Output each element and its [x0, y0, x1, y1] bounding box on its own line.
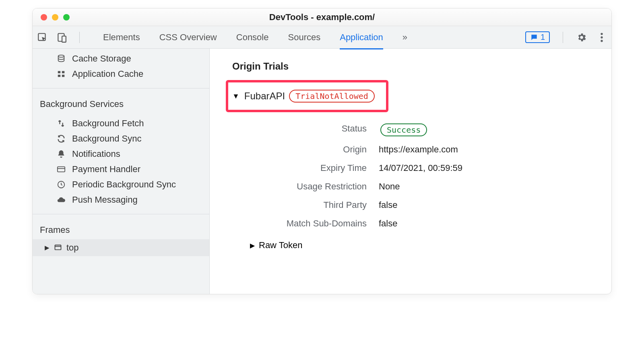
sidebar-header-bg: Background Services: [33, 93, 209, 113]
divider: [563, 32, 563, 43]
label-third-party: Third Party: [238, 200, 367, 210]
chevron-right-icon: ▶: [45, 244, 50, 251]
chevron-right-icon: ▶: [250, 242, 255, 249]
sidebar-item-payment-handler[interactable]: Payment Handler: [33, 162, 209, 177]
devtools-window: DevTools - example.com/ Elements CSS Ove…: [32, 8, 612, 294]
panel-body: Cache Storage Application Cache Backgrou…: [33, 49, 611, 294]
frame-icon: [54, 244, 62, 252]
svg-rect-14: [55, 245, 61, 250]
tab-elements[interactable]: Elements: [103, 27, 140, 47]
value-expiry: 14/07/2021, 00:59:59: [379, 163, 611, 173]
traffic-lights: [33, 14, 70, 21]
divider: [33, 88, 209, 88]
maximize-icon[interactable]: [63, 14, 70, 21]
minimize-icon[interactable]: [52, 14, 58, 21]
sidebar-item-periodic-sync[interactable]: Periodic Background Sync: [33, 177, 209, 192]
window-title: DevTools - example.com/: [269, 12, 375, 23]
chevron-down-icon[interactable]: ▼: [232, 92, 239, 101]
svg-rect-7: [58, 71, 60, 74]
origin-trial-name: FubarAPI: [244, 90, 285, 102]
tabbar-left: Elements CSS Overview Console Sources Ap…: [37, 27, 407, 47]
value-match-sub: false: [379, 218, 611, 229]
value-usage: None: [379, 181, 611, 192]
value-third-party: false: [379, 200, 611, 210]
sidebar-item-frames-top[interactable]: ▶ top: [33, 239, 209, 256]
sidebar-header-frames: Frames: [33, 219, 209, 239]
status-badge-trial-not-allowed: TrialNotAllowed: [289, 90, 375, 103]
database-icon: [56, 53, 66, 64]
divider: [79, 32, 80, 43]
svg-rect-11: [58, 167, 65, 172]
label-usage: Usage Restriction: [238, 181, 367, 192]
titlebar: DevTools - example.com/: [33, 8, 611, 26]
origin-trials-panel: Origin Trials ▼ FubarAPI TrialNotAllowed…: [210, 49, 611, 294]
inspect-icon[interactable]: [37, 32, 48, 43]
tab-application[interactable]: Application: [340, 27, 383, 47]
svg-rect-9: [58, 75, 60, 77]
sidebar-item-label: Application Cache: [72, 69, 143, 79]
frames-top-label: top: [66, 242, 79, 253]
cloud-icon: [56, 195, 66, 205]
origin-trial-row-highlight: ▼ FubarAPI TrialNotAllowed: [226, 80, 388, 112]
device-toggle-icon[interactable]: [56, 32, 67, 43]
sidebar-item-cache-storage[interactable]: Cache Storage: [33, 51, 209, 66]
svg-point-3: [601, 33, 603, 35]
status-badge-success: Success: [380, 123, 427, 136]
label-origin: Origin: [238, 144, 367, 155]
sidebar-item-label: Push Messaging: [72, 195, 138, 205]
sidebar-item-label: Background Fetch: [72, 118, 144, 129]
label-status: Status: [238, 123, 367, 136]
card-icon: [56, 164, 66, 175]
grid-icon: [56, 69, 66, 79]
label-expiry: Expiry Time: [238, 163, 367, 173]
issues-count: 1: [541, 33, 545, 42]
tabs: Elements CSS Overview Console Sources Ap…: [103, 27, 407, 47]
tabbar-right: 1: [525, 31, 607, 43]
settings-icon[interactable]: [576, 32, 587, 43]
tabbar: Elements CSS Overview Console Sources Ap…: [33, 26, 611, 49]
svg-rect-8: [62, 71, 64, 74]
sidebar-item-background-fetch[interactable]: Background Fetch: [33, 116, 209, 131]
sidebar-bg-group: Background Fetch Background Sync Notific…: [33, 113, 209, 210]
svg-point-4: [601, 36, 603, 38]
raw-token-row[interactable]: ▶ Raw Token: [250, 240, 611, 251]
svg-point-6: [58, 55, 64, 58]
value-status: Success: [379, 123, 611, 136]
application-sidebar: Cache Storage Application Cache Backgrou…: [33, 49, 210, 294]
close-icon[interactable]: [41, 14, 47, 21]
sidebar-item-background-sync[interactable]: Background Sync: [33, 131, 209, 146]
clock-icon: [56, 179, 66, 190]
tab-sources[interactable]: Sources: [288, 27, 320, 47]
panel-heading: Origin Trials: [232, 61, 611, 72]
sidebar-item-application-cache[interactable]: Application Cache: [33, 66, 209, 82]
sidebar-item-label: Periodic Background Sync: [72, 179, 176, 190]
sidebar-item-label: Notifications: [72, 149, 120, 159]
sidebar-item-label: Background Sync: [72, 134, 141, 144]
label-match-sub: Match Sub-Domains: [238, 218, 367, 229]
svg-point-5: [601, 39, 603, 41]
divider: [33, 214, 209, 214]
updown-icon: [56, 118, 66, 129]
sidebar-cache-group: Cache Storage Application Cache: [33, 49, 209, 84]
tabs-overflow[interactable]: »: [402, 27, 407, 47]
tab-css-overview[interactable]: CSS Overview: [159, 27, 217, 47]
sync-icon: [56, 134, 66, 144]
value-origin: https://example.com: [379, 144, 611, 155]
sidebar-item-notifications[interactable]: Notifications: [33, 146, 209, 162]
bell-icon: [56, 149, 66, 159]
sidebar-item-push-messaging[interactable]: Push Messaging: [33, 192, 209, 207]
origin-trial-details: Status Success Origin https://example.co…: [238, 123, 611, 229]
sidebar-item-label: Cache Storage: [72, 53, 131, 64]
raw-token-label: Raw Token: [259, 240, 302, 251]
tab-console[interactable]: Console: [236, 27, 269, 47]
svg-rect-10: [62, 75, 64, 77]
more-icon[interactable]: [596, 32, 607, 43]
sidebar-item-label: Payment Handler: [72, 164, 140, 175]
svg-rect-2: [62, 36, 66, 42]
issues-badge[interactable]: 1: [525, 31, 550, 43]
